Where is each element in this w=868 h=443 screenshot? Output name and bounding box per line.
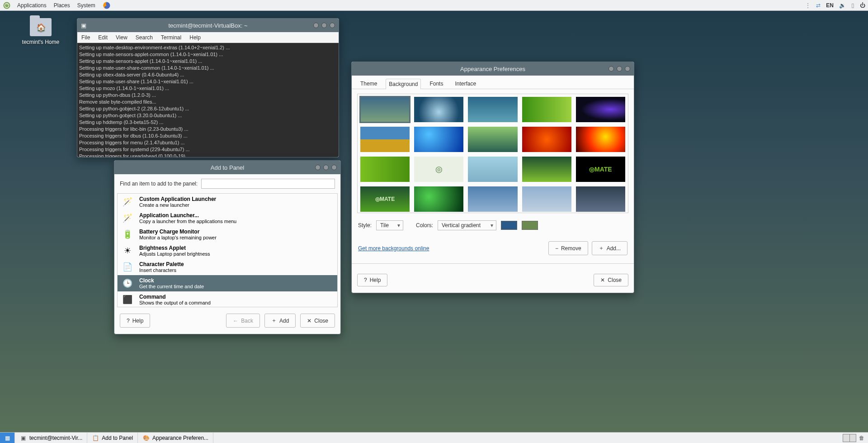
terminal-output[interactable]: Setting up mate-desktop-environment-extr… [77,43,339,157]
applet-icon: 🪄 [121,212,134,224]
atp-list-item[interactable]: ☀Brightness AppletAdjusts Laptop panel b… [118,243,337,259]
wallpaper-thumb[interactable] [468,186,517,212]
gradient-select[interactable]: Vertical gradient [438,220,496,230]
firefox-launcher-icon[interactable] [99,0,114,10]
term-menu-edit[interactable]: Edit [94,34,112,41]
wallpaper-thumb[interactable]: ◎MATE [360,186,410,212]
help-button[interactable]: ?Help [120,314,150,328]
atp-list-item[interactable]: 🕒ClockGet the current time and date [118,275,337,291]
atp-list-item[interactable]: 🪄Application Launcher...Copy a launcher … [118,210,337,226]
term-menu-file[interactable]: File [77,34,94,41]
atp-search-input[interactable] [201,179,335,189]
workspace-switcher[interactable] [843,434,856,442]
taskbar-item-add-to-panel[interactable]: 📋Add to Panel [87,433,138,443]
tab-theme[interactable]: Theme [357,78,380,89]
atp-applet-list[interactable]: 🪄Custom Application LauncherCreate a new… [117,193,338,307]
trash-icon[interactable]: 🗑 [859,435,864,441]
remove-button[interactable]: −Remove [548,241,588,255]
applet-desc: Create a new launcher [139,202,216,208]
wallpaper-thumb[interactable] [576,186,625,212]
wallpaper-grid[interactable]: ◎ ◎MATE ◎MATE [357,94,628,213]
color1-swatch[interactable] [501,221,517,230]
power-icon[interactable]: ⏻ [857,0,868,10]
help-button[interactable]: ?Help [357,274,387,286]
network-icon[interactable]: ⇄ [813,0,823,10]
wallpaper-thumb[interactable]: ◎MATE [576,157,625,182]
wallpaper-thumb[interactable] [360,157,410,182]
minimize-button[interactable] [313,23,319,28]
volume-icon[interactable]: 🔉 [836,0,849,10]
color2-swatch[interactable] [522,221,538,230]
wallpaper-thumb[interactable]: ◎ [414,157,463,182]
term-menu-terminal[interactable]: Terminal [157,34,185,41]
applet-title: Battery Charge Monitor [139,229,217,235]
applet-icon: 📄 [121,261,134,273]
wallpaper-thumb[interactable] [576,127,625,152]
taskbar-item-appearance[interactable]: 🎨Appearance Preferen... [138,433,213,443]
appearance-title: Appearance Preferences [460,66,525,72]
menu-places[interactable]: Places [50,0,74,10]
wallpaper-thumb[interactable] [414,186,463,212]
wallpaper-thumb[interactable] [468,127,517,152]
back-button[interactable]: ←Back [226,314,260,328]
menu-applications[interactable]: Applications [14,0,50,10]
taskbar-item-terminal[interactable]: ▣tecmint@tecmint-Vir... [15,433,87,443]
battery-icon[interactable]: ▯ [849,0,857,10]
style-select[interactable]: Tile [376,220,403,230]
applet-title: Application Launcher... [139,212,236,219]
colors-label: Colors: [416,222,433,229]
wallpaper-thumb[interactable] [468,157,517,182]
atp-list-item[interactable]: 🪄Custom Application LauncherCreate a new… [118,194,337,210]
wallpaper-thumb[interactable] [468,97,517,122]
tab-background[interactable]: Background [386,79,421,89]
term-menu-search[interactable]: Search [132,34,157,41]
wallpaper-thumb[interactable] [522,97,571,122]
tab-interface[interactable]: Interface [452,78,479,89]
close-button[interactable]: ✕Close [594,274,628,286]
show-desktop-button[interactable]: ▦ [0,433,15,443]
applet-icon: ⬛ [121,293,134,306]
minus-icon: − [555,245,558,252]
terminal-title: tecmint@tecmint-VirtualBox: ~ [168,22,247,29]
appearance-titlebar[interactable]: Appearance Preferences [352,62,634,76]
plus-icon: ＋ [599,244,604,252]
close-button[interactable] [625,66,630,71]
close-button[interactable] [330,23,335,28]
term-menu-view[interactable]: View [112,34,132,41]
terminal-titlebar[interactable]: ▣ tecmint@tecmint-VirtualBox: ~ [77,19,339,32]
atp-titlebar[interactable]: Add to Panel [114,161,340,174]
desktop-home-label: tecmint's Home [22,39,59,45]
add-to-panel-window: Add to Panel Find an item to add to the … [114,160,341,334]
atp-list-item[interactable]: 📄Character PaletteInsert characters [118,259,337,275]
minimize-button[interactable] [609,66,614,71]
applet-desc: Monitor a laptop's remaining power [139,235,217,240]
close-icon: ✕ [307,318,311,324]
style-label: Style: [358,222,372,229]
mate-logo-icon[interactable] [2,0,12,10]
atp-list-item[interactable]: 🔋Battery Charge MonitorMonitor a laptop'… [118,226,337,243]
wallpaper-thumb[interactable] [576,97,625,122]
wallpaper-thumb[interactable] [414,97,463,122]
maximize-button[interactable] [321,23,327,28]
term-menu-help[interactable]: Help [185,34,205,41]
menu-system[interactable]: System [74,0,99,10]
close-button[interactable]: ✕Close [300,314,335,328]
close-button[interactable] [331,165,337,170]
minimize-button[interactable] [315,165,321,170]
maximize-button[interactable] [617,66,622,71]
wallpaper-thumb[interactable] [360,97,410,122]
keyboard-layout-indicator[interactable]: EN [823,0,836,10]
add-wallpaper-button[interactable]: ＋Add... [592,241,627,255]
add-button[interactable]: ＋Add [264,314,296,328]
atp-list-item[interactable]: ⬛CommandShows the output of a command [118,291,337,307]
tab-fonts[interactable]: Fonts [426,78,446,89]
get-more-backgrounds-link[interactable]: Get more backgrounds online [358,245,429,252]
wallpaper-thumb[interactable] [522,127,571,152]
wallpaper-thumb[interactable] [522,157,571,182]
wallpaper-thumb[interactable] [414,127,463,152]
maximize-button[interactable] [323,165,329,170]
wallpaper-thumb[interactable] [522,186,571,212]
desktop-home-icon[interactable]: 🏠 tecmint's Home [18,18,63,45]
wallpaper-thumb[interactable] [360,127,410,152]
applet-icon: ☀ [121,244,134,257]
